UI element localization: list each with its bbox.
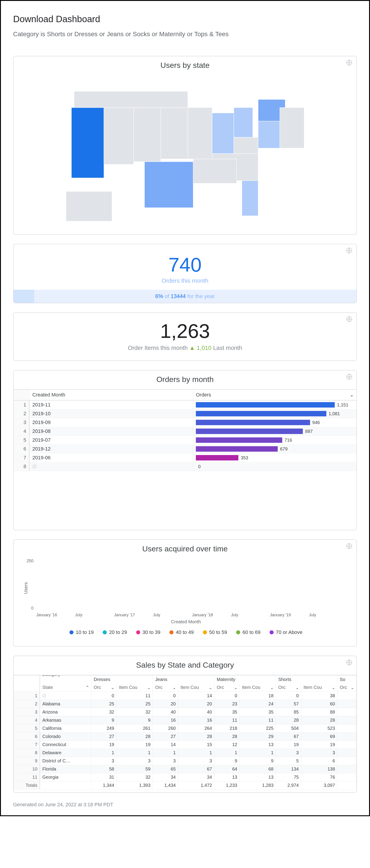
- legend-item[interactable]: 20 to 29: [103, 629, 127, 635]
- svg-rect-14: [193, 159, 236, 183]
- sales-table[interactable]: CategoryDressesJeansMaternityShortsSo St…: [13, 675, 357, 789]
- globe-icon[interactable]: [346, 316, 352, 322]
- svg-rect-6: [144, 162, 193, 208]
- table-row[interactable]: 6Colorado2728272828296769: [14, 733, 357, 741]
- table-row[interactable]: 8∅0: [13, 462, 357, 471]
- col-orders[interactable]: Orders: [193, 390, 357, 400]
- users-acquired-chart[interactable]: Users 2500 January '16JulyJanuary '17Jul…: [22, 559, 350, 617]
- orders-month-label: Orders this month: [13, 277, 357, 284]
- table-row[interactable]: 72019-06353: [13, 454, 357, 462]
- table-row[interactable]: 5California249261260264218225504523: [14, 724, 357, 733]
- table-row[interactable]: 22019-101,081: [13, 409, 357, 418]
- legend-item[interactable]: 50 to 59: [203, 629, 227, 635]
- order-items-value: 1,263: [13, 313, 357, 343]
- legend-item[interactable]: 30 to 39: [136, 629, 161, 635]
- svg-rect-10: [258, 121, 280, 148]
- table-row[interactable]: 2Alabama2525202023245760: [14, 700, 357, 708]
- table-row[interactable]: 32019-09946: [13, 418, 357, 427]
- tile-title: Sales by State and Category: [13, 656, 357, 675]
- col-created-month[interactable]: Created Month: [29, 390, 193, 400]
- table-row[interactable]: 7Connecticut1919141512131919: [14, 741, 357, 749]
- svg-rect-15: [74, 91, 188, 107]
- page-title: Download Dashboard: [13, 14, 357, 24]
- svg-rect-7: [212, 113, 234, 154]
- us-map[interactable]: [13, 75, 357, 234]
- table-row[interactable]: 8Delaware11111133: [14, 749, 357, 757]
- table-row[interactable]: 1∅011014018038: [14, 691, 357, 700]
- globe-icon[interactable]: [346, 374, 352, 380]
- table-row[interactable]: 3Arizona3232404035358588: [14, 708, 357, 716]
- legend-item[interactable]: 60 to 69: [236, 629, 260, 635]
- tile-order-items-month: 1,263 Order Items this month 1,010 Last …: [13, 312, 357, 361]
- table-row[interactable]: 11Georgia3132343413137576: [14, 773, 357, 781]
- table-row[interactable]: 62019-12679: [13, 445, 357, 454]
- table-row[interactable]: 4Arkansas99161611112828: [14, 716, 357, 724]
- svg-rect-17: [66, 191, 112, 221]
- table-row[interactable]: 52019-07716: [13, 436, 357, 445]
- obm-header: Created Month Orders: [13, 389, 357, 401]
- svg-rect-5: [188, 107, 212, 159]
- progress-pct: 6%: [155, 293, 163, 299]
- tile-users-by-state: Users by state: [13, 56, 357, 235]
- legend-item[interactable]: 10 to 19: [69, 629, 94, 635]
- svg-rect-1: [71, 107, 104, 178]
- x-axis-label: Created Month: [22, 619, 350, 624]
- tile-title: Orders by month: [13, 370, 357, 389]
- svg-rect-8: [234, 107, 253, 137]
- order-items-change: 1,010: [189, 344, 212, 351]
- tile-orders-by-month: Orders by month Created Month Orders 120…: [13, 370, 357, 530]
- tile-users-acquired: Users acquired over time Users 2500 Janu…: [13, 539, 357, 647]
- orders-year-progress: 6% of 13444 for the year: [13, 290, 357, 303]
- globe-icon[interactable]: [346, 659, 352, 665]
- table-row[interactable]: 9District of C…33339956: [14, 757, 357, 765]
- tile-orders-this-month: 740 Orders this month 6% of 13444 for th…: [13, 244, 357, 303]
- orders-month-value: 740: [13, 253, 357, 276]
- tile-title: Users acquired over time: [13, 540, 357, 559]
- legend-item[interactable]: 70 or Above: [270, 629, 302, 635]
- chart-legend: 10 to 1920 to 2930 to 3940 to 4950 to 59…: [22, 627, 350, 642]
- svg-rect-13: [242, 181, 258, 216]
- globe-icon[interactable]: [346, 543, 352, 549]
- svg-rect-16: [280, 107, 304, 148]
- table-row[interactable]: 42019-08887: [13, 427, 357, 436]
- svg-rect-4: [161, 105, 188, 159]
- globe-icon[interactable]: [346, 247, 352, 254]
- svg-rect-3: [134, 105, 161, 162]
- legend-item[interactable]: 40 to 49: [169, 629, 194, 635]
- svg-rect-2: [104, 105, 134, 164]
- progress-year-total: 13444: [171, 293, 186, 299]
- generated-footer: Generated on June 24, 2022 at 3:18 PM PD…: [13, 802, 357, 808]
- table-row[interactable]: 10Florida585965676468134138: [14, 765, 357, 773]
- table-row[interactable]: 12019-111,151: [13, 401, 357, 409]
- order-items-sub: Order Items this month 1,010 Last month: [13, 343, 357, 361]
- tile-sales-by-state-category: Sales by State and Category CategoryDres…: [13, 656, 357, 793]
- tile-title: Users by state: [13, 56, 357, 75]
- globe-icon[interactable]: [346, 60, 352, 66]
- filter-subtitle: Category is Shorts or Dresses or Jeans o…: [13, 31, 357, 38]
